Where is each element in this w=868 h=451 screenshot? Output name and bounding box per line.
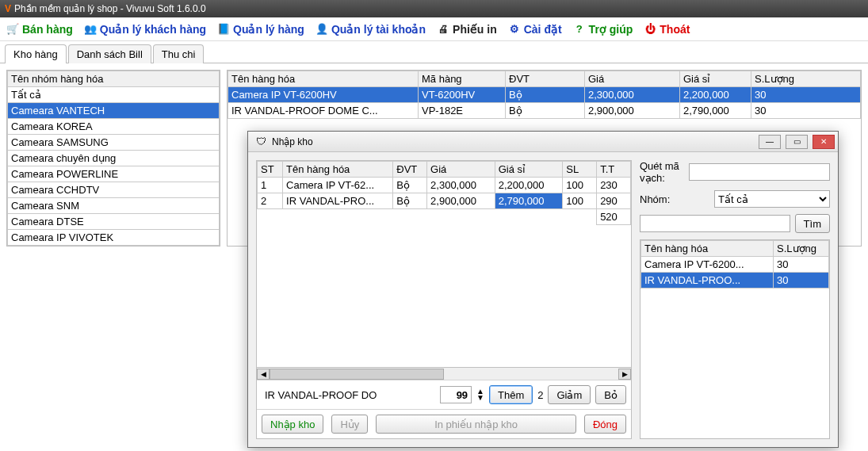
side-list-row[interactable]: Camera IP VT-6200...30 bbox=[641, 257, 829, 273]
scroll-left-icon[interactable]: ◀ bbox=[257, 369, 270, 380]
toolbar-customers[interactable]: 👥 Quản lý khách hàng bbox=[84, 23, 206, 36]
product-row[interactable]: IR VANDAL-PROOF DOME C...VP-182EBộ2,900,… bbox=[228, 103, 861, 119]
side-list-cell-name: IR VANDAL-PROO... bbox=[641, 273, 774, 289]
add-button[interactable]: Thêm bbox=[489, 385, 533, 404]
col-unit[interactable]: ĐVT bbox=[506, 71, 585, 87]
product-cell-code: VT-6200HV bbox=[419, 87, 506, 103]
ig-col-wprice[interactable]: Giá sỉ bbox=[495, 162, 563, 178]
dialog-left-panel: ST Tên hàng hóa ĐVT Giá Giá sỉ SL T.T 1C… bbox=[256, 160, 632, 439]
group-row[interactable]: Cameara chuyên dụng bbox=[8, 151, 220, 166]
toolbar-sell[interactable]: 🛒 Bán hàng bbox=[6, 23, 73, 36]
side-col-qty[interactable]: S.Lượng bbox=[774, 241, 829, 257]
group-row-label: Cameara CCHDTV bbox=[8, 182, 220, 198]
group-row[interactable]: Cameara SAMSUNG bbox=[8, 135, 220, 151]
search-input[interactable] bbox=[640, 215, 790, 232]
toolbar-accounts[interactable]: 👤 Quản lý tài khoản bbox=[315, 23, 426, 36]
horizontal-scrollbar[interactable]: ◀ ▶ bbox=[257, 367, 631, 380]
group-row[interactable]: Cameara DTSE bbox=[8, 214, 220, 230]
help-icon: ? bbox=[573, 23, 586, 36]
product-cell-name: IR VANDAL-PROOF DOME C... bbox=[228, 103, 419, 119]
toolbar-exit-label: Thoát bbox=[660, 23, 690, 36]
col-code[interactable]: Mã hàng bbox=[419, 71, 506, 87]
col-name[interactable]: Tên hàng hóa bbox=[228, 71, 419, 87]
search-button[interactable]: Tìm bbox=[795, 214, 830, 233]
product-cell-qty: 30 bbox=[751, 87, 861, 103]
ig-col-st[interactable]: ST bbox=[258, 162, 283, 178]
side-list-cell-name: Camera IP VT-6200... bbox=[641, 257, 774, 273]
gear-icon: ⚙ bbox=[508, 23, 521, 36]
main-toolbar: 🛒 Bán hàng 👥 Quản lý khách hàng 📘 Quản l… bbox=[0, 17, 868, 41]
tab-bill-list[interactable]: Danh sách Bill bbox=[68, 44, 151, 63]
import-cell-wprice[interactable]: 2,200,000 bbox=[495, 178, 563, 193]
toolbar-print[interactable]: 🖨 Phiếu in bbox=[437, 23, 497, 36]
product-row[interactable]: Camera IP VT-6200HVVT-6200HVBộ2,300,0002… bbox=[228, 87, 861, 103]
side-list-row[interactable]: IR VANDAL-PROO...30 bbox=[641, 273, 829, 289]
group-select[interactable]: Tất cả bbox=[714, 190, 830, 208]
toolbar-settings[interactable]: ⚙ Cài đặt bbox=[508, 23, 562, 36]
products-table: Tên hàng hóa Mã hàng ĐVT Giá Giá sỉ S.Lư… bbox=[228, 71, 861, 119]
import-cell-unit[interactable]: Bộ bbox=[393, 178, 427, 193]
bottom-button-row: Nhập kho Hủy In phiếu nhập kho Đóng bbox=[257, 409, 631, 438]
maximize-button[interactable]: ▭ bbox=[786, 135, 808, 149]
import-cell-name[interactable]: IR VANDAL-PRO... bbox=[283, 193, 393, 209]
close-dialog-button[interactable]: Đóng bbox=[584, 415, 626, 434]
barcode-input[interactable] bbox=[689, 163, 830, 181]
toolbar-accounts-label: Quản lý tài khoản bbox=[331, 23, 426, 36]
group-row[interactable]: Cameara CCHDTV bbox=[8, 182, 220, 198]
dialog-right-panel: Quét mã vạch: Nhóm: Tất cả Tìm Tên hàn bbox=[640, 160, 830, 439]
close-button[interactable]: ✕ bbox=[813, 135, 835, 149]
product-cell-price: 2,300,000 bbox=[585, 87, 680, 103]
tab-cash[interactable]: Thu chi bbox=[153, 44, 205, 63]
product-cell-code: VP-182E bbox=[419, 103, 506, 119]
toolbar-inventory[interactable]: 📘 Quản lý hàng bbox=[217, 23, 304, 36]
import-cell-name[interactable]: Camera IP VT-62... bbox=[283, 178, 393, 193]
qty-input[interactable] bbox=[440, 386, 472, 403]
import-cell-unit[interactable]: Bộ bbox=[393, 193, 427, 209]
ig-col-price[interactable]: Giá bbox=[427, 162, 495, 178]
scroll-right-icon[interactable]: ▶ bbox=[618, 369, 631, 380]
power-icon: ⏻ bbox=[644, 23, 656, 36]
import-cell-tt[interactable]: 230 bbox=[597, 178, 631, 193]
group-row[interactable]: Cameara KOREA bbox=[8, 119, 220, 135]
step-label: 2 bbox=[537, 389, 543, 401]
remove-button[interactable]: Bỏ bbox=[595, 385, 626, 404]
toolbar-exit[interactable]: ⏻ Thoát bbox=[644, 23, 690, 36]
import-row[interactable]: 1Camera IP VT-62...Bộ2,300,0002,200,0001… bbox=[258, 178, 631, 193]
col-wprice[interactable]: Giá sỉ bbox=[680, 71, 751, 87]
ig-col-unit[interactable]: ĐVT bbox=[393, 162, 427, 178]
ig-col-sl[interactable]: SL bbox=[563, 162, 597, 178]
user-icon: 👤 bbox=[315, 23, 328, 36]
import-cell-sl[interactable]: 100 bbox=[563, 178, 597, 193]
import-cell-sl[interactable]: 100 bbox=[563, 193, 597, 209]
scroll-thumb[interactable] bbox=[270, 369, 444, 380]
import-cell-price[interactable]: 2,300,000 bbox=[427, 178, 495, 193]
people-icon: 👥 bbox=[84, 23, 97, 36]
toolbar-help[interactable]: ? Trợ giúp bbox=[573, 23, 633, 36]
minimize-button[interactable]: — bbox=[759, 135, 781, 149]
decrease-button[interactable]: Giảm bbox=[548, 385, 591, 404]
import-cell-st[interactable]: 2 bbox=[258, 193, 283, 209]
product-cell-unit: Bộ bbox=[506, 103, 585, 119]
side-col-name[interactable]: Tên hàng hóa bbox=[641, 241, 774, 257]
print-slip-button: In phiếu nhập kho bbox=[376, 415, 576, 434]
import-cell-price[interactable]: 2,900,000 bbox=[427, 193, 495, 209]
col-qty[interactable]: S.Lượng bbox=[751, 71, 861, 87]
import-button[interactable]: Nhập kho bbox=[262, 415, 323, 434]
import-grid: ST Tên hàng hóa ĐVT Giá Giá sỉ SL T.T 1C… bbox=[257, 161, 631, 225]
import-cell-wprice[interactable]: 2,790,000 bbox=[495, 193, 563, 209]
dialog-titlebar[interactable]: 🛡 Nhập kho — ▭ ✕ bbox=[248, 132, 838, 152]
col-price[interactable]: Giá bbox=[585, 71, 680, 87]
toolbar-help-label: Trợ giúp bbox=[589, 23, 633, 36]
ig-col-tt[interactable]: T.T bbox=[597, 162, 631, 178]
group-row[interactable]: Tất cả bbox=[8, 87, 220, 103]
group-row[interactable]: Cameara VANTECH bbox=[8, 103, 220, 119]
group-row[interactable]: Cameara POWERLINE bbox=[8, 166, 220, 182]
group-row[interactable]: Cameara IP VIVOTEK bbox=[8, 230, 220, 246]
import-cell-tt[interactable]: 290 bbox=[597, 193, 631, 209]
group-row[interactable]: Cameara SNM bbox=[8, 198, 220, 214]
import-cell-st[interactable]: 1 bbox=[258, 178, 283, 193]
ig-col-name[interactable]: Tên hàng hóa bbox=[283, 162, 393, 178]
import-row[interactable]: 2IR VANDAL-PRO...Bộ2,900,0002,790,000100… bbox=[258, 193, 631, 209]
tab-warehouse[interactable]: Kho hàng bbox=[5, 44, 67, 63]
spinner-icon[interactable]: ▲▼ bbox=[476, 388, 484, 401]
